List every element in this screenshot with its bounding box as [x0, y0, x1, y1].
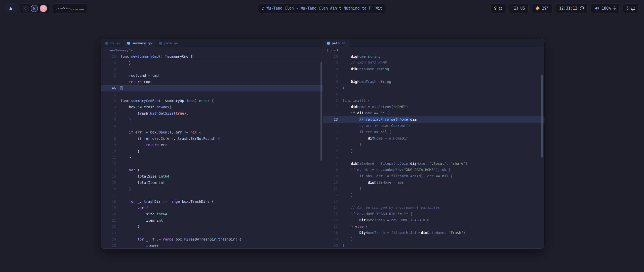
- code-line[interactable]: 13: [323, 198, 544, 205]
- code-line[interactable]: 19 var (: [101, 205, 323, 211]
- line-number: 12: [101, 161, 120, 167]
- code-line[interactable]: 6 DigHomeTrash string: [323, 79, 544, 85]
- code-text: return root: [120, 79, 152, 85]
- code-line[interactable]: 6: [101, 123, 323, 129]
- code-line[interactable]: 15 if env.HOME_TRASH_DIR != "" {: [323, 211, 544, 217]
- code-area-right[interactable]: 10 digHome string9 // $XDG_DATA_HOME8 di…: [323, 53, 544, 248]
- code-line[interactable]: 1: [101, 91, 323, 98]
- code-text: }: [120, 60, 131, 66]
- code-line[interactable]: 23: [101, 230, 323, 236]
- code-line[interactable]: 8 dikDataHome string: [323, 66, 544, 72]
- code-text: for _, trashDir := range box.TrashDirs {: [120, 198, 214, 205]
- code-line[interactable]: 1 u, err := user.Current(): [323, 123, 544, 129]
- code-line[interactable]: 3func init() {: [323, 97, 544, 104]
- code-text: }: [342, 148, 353, 154]
- code-line[interactable]: 3 difHome = u.HomeDir: [323, 135, 544, 142]
- code-line[interactable]: 2 if err == nil {: [323, 129, 544, 135]
- tab-label: summary.go: [132, 41, 152, 45]
- code-line[interactable]: 4 }: [101, 60, 323, 66]
- code-line[interactable]: 9 if abs, err := filepath.Abs(d); err ==…: [323, 173, 544, 179]
- code-line[interactable]: 22 ): [101, 224, 323, 230]
- weather-widget[interactable]: 29°: [532, 4, 552, 13]
- code-line[interactable]: 16 DitHomeTrash = env.HOME_TRASH_DIR: [323, 217, 544, 223]
- tray-icon-3[interactable]: ♥: [40, 5, 47, 12]
- code-line[interactable]: 3 box := trash.NewBox(: [101, 104, 323, 110]
- line-number: 9: [323, 173, 342, 179]
- clock-widget[interactable]: 12:31:12: [556, 4, 588, 13]
- code-line[interactable]: 5): [323, 85, 544, 91]
- line-number: 18: [323, 230, 342, 236]
- code-line[interactable]: 11 }: [101, 154, 323, 161]
- tray-icon-1[interactable]: ☾: [22, 5, 29, 12]
- code-line[interactable]: 5 }: [323, 148, 544, 154]
- code-line[interactable]: 15 totalItem int: [101, 180, 323, 186]
- tab-path-go[interactable]: path.go: [323, 39, 349, 47]
- code-line[interactable]: 11 }: [323, 186, 544, 192]
- tray-icon-2[interactable]: N: [31, 5, 38, 12]
- code-line[interactable]: 6: [323, 154, 544, 160]
- code-line[interactable]: 12 }: [323, 192, 544, 198]
- code-line[interactable]: 23 // fallback to get home dia: [323, 116, 544, 123]
- line-number: 13: [323, 198, 342, 205]
- code-line[interactable]: 7: [323, 72, 544, 79]
- code-line[interactable]: 8 if !errors.Is(err, trash.ErrNotFound) …: [101, 135, 323, 142]
- code-text: ): [342, 85, 344, 91]
- code-line[interactable]: 21 item int: [101, 217, 323, 224]
- code-line[interactable]: 4 }: [323, 142, 544, 148]
- code-line[interactable]: 14 totalSize int64: [101, 173, 323, 180]
- launcher-button[interactable]: [6, 4, 16, 13]
- code-line[interactable]: 24 for _, f := range box.FilesByTrashDir…: [101, 236, 323, 243]
- code-line[interactable]: 4 trash.WithGetSize(true),: [101, 110, 323, 117]
- code-text: root.cmd = cmd: [120, 73, 159, 79]
- code-line[interactable]: 8 if d, ok := os.LookupEnv("XDG_DATA_HOM…: [323, 167, 544, 173]
- scrollbar-right[interactable]: [541, 75, 543, 158]
- code-line[interactable]: 2 root.cmd = cmd: [101, 73, 323, 79]
- code-line[interactable]: 4: [323, 91, 544, 97]
- line-number: 6: [323, 154, 342, 160]
- volume-widget[interactable]: 100%: [591, 4, 620, 13]
- code-line[interactable]: 1 if dilHome == "" {: [323, 110, 544, 116]
- status-ring-icon: [499, 7, 502, 10]
- status-count-widget[interactable]: 9: [491, 4, 506, 13]
- audio-visualizer-widget[interactable]: [53, 4, 87, 13]
- line-number: 7: [323, 72, 342, 79]
- code-line[interactable]: 20 size int64: [101, 211, 323, 217]
- code-line[interactable]: 1 return root: [101, 79, 323, 85]
- code-line[interactable]: 14 // Can be changed by environment vari…: [323, 205, 544, 211]
- code-line[interactable]: 10 }: [101, 148, 323, 154]
- tab-path-go[interactable]: path.go: [155, 39, 182, 47]
- code-area-left[interactable]: 26func newSummaryCmd() *summaryCmd {4 }3…: [101, 53, 323, 248]
- keyboard-layout-widget[interactable]: US: [509, 4, 528, 13]
- code-line[interactable]: 9 return err: [101, 142, 323, 148]
- breadcrumb-symbol-name: newSummaryCmd: [109, 48, 135, 52]
- code-line[interactable]: 16 ): [101, 186, 323, 192]
- code-line[interactable]: 46}: [101, 85, 323, 91]
- code-line[interactable]: 2 didHome = os.Getenv("HOME"): [323, 104, 544, 110]
- notifications-widget[interactable]: 5: [623, 4, 638, 13]
- code-line[interactable]: 25 item++: [101, 243, 323, 248]
- code-line[interactable]: 26func newSummaryCmd() *summaryCmd {: [101, 53, 323, 60]
- code-line[interactable]: 19 }: [323, 236, 544, 242]
- code-line[interactable]: 17: [101, 192, 323, 198]
- breadcrumb-symbol-name: init: [331, 48, 339, 52]
- now-playing-widget[interactable]: ♫ Wu-Tang Clan - Wu-Tang Clan Ain't Nuth…: [258, 4, 386, 13]
- code-line[interactable]: 5 ): [101, 117, 323, 123]
- code-line[interactable]: 13 var (: [101, 167, 323, 173]
- code-line[interactable]: 3: [101, 66, 323, 73]
- code-line[interactable]: 18 for _, trashDir := range box.TrashDir…: [101, 198, 323, 205]
- code-text: box := trash.NewBox(: [120, 104, 171, 110]
- line-number: 1: [323, 110, 342, 116]
- code-line[interactable]: 2func summaryCmdRun(_ summaryOptions) er…: [101, 98, 323, 104]
- code-line[interactable]: 20}: [323, 242, 544, 248]
- code-line[interactable]: 7 dihDataHome = filepath.Join(dijHome, "…: [323, 160, 544, 167]
- code-line[interactable]: 12: [101, 161, 323, 167]
- code-line[interactable]: 10 digHome string: [323, 53, 544, 60]
- code-line[interactable]: 9 // $XDG_DATA_HOME: [323, 60, 544, 66]
- tab-rm-go[interactable]: rm.go: [101, 39, 124, 47]
- tab-summary-go[interactable]: summary.go: [124, 39, 155, 47]
- code-line[interactable]: 18 DiyHomeTrash = filepath.Join(dioDataH…: [323, 230, 544, 236]
- scrollbar-left[interactable]: [320, 62, 322, 161]
- code-line[interactable]: 7 if err := box.Open(); err != nil {: [101, 129, 323, 135]
- code-line[interactable]: 10 diwDataHome = abs: [323, 179, 544, 186]
- code-line[interactable]: 17 } else {: [323, 223, 544, 230]
